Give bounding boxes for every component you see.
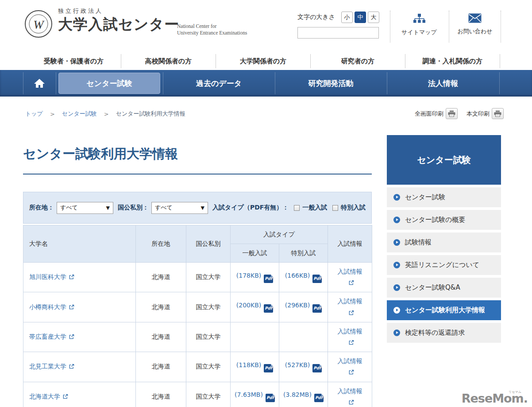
pdf-icon: Pdf bbox=[312, 275, 322, 283]
arrow-bullet-icon bbox=[393, 307, 400, 314]
university-table: 大学名 所在地 国公私別 入試タイプ 入試情報 一般入試 特別入試 旭川医科大学… bbox=[23, 225, 372, 407]
org-name-english: National Center for University Entrance … bbox=[177, 23, 247, 36]
nav-item-past-data[interactable]: 過去のデータ bbox=[163, 70, 275, 97]
arrow-bullet-icon bbox=[393, 284, 400, 291]
external-link-icon bbox=[69, 334, 74, 340]
external-link-icon bbox=[348, 340, 354, 345]
breadcrumb-current-page: センター試験利用大学情報 bbox=[116, 110, 185, 118]
search-input[interactable] bbox=[298, 28, 381, 38]
sidebar-item-overview[interactable]: センター試験の概要 bbox=[387, 210, 501, 230]
site-search bbox=[297, 27, 379, 39]
col-header-exam-info: 入試情報 bbox=[328, 225, 372, 263]
pdf-icon: Pdf bbox=[312, 364, 322, 372]
contact-label: お問い合わせ bbox=[457, 28, 492, 35]
home-button[interactable] bbox=[23, 70, 56, 97]
filter-bar: 所在地： すべて ▼ 国公私別： すべて ▼ 入試タイプ（PDF有無）： 一般入… bbox=[23, 192, 372, 224]
special-exam-checkbox[interactable] bbox=[332, 205, 338, 211]
sidebar-item-center-exam[interactable]: センター試験 bbox=[387, 187, 501, 207]
external-link-icon bbox=[348, 310, 354, 316]
sidebar-title: センター試験 bbox=[387, 135, 501, 185]
title-rule bbox=[23, 174, 372, 174]
pdf-icon: Pdf bbox=[266, 394, 275, 402]
table-row: 旭川医科大学 北海道 国立大学 (178KB)Pdf (166KB)Pdf 入試… bbox=[23, 263, 372, 292]
contact-link[interactable]: お問い合わせ bbox=[446, 13, 504, 35]
exam-info-link[interactable]: 入試情報 bbox=[338, 388, 362, 406]
tab-examinees-parents[interactable]: 受験者・保護者の方 bbox=[27, 54, 121, 68]
university-link[interactable]: 小樽商科大学 bbox=[29, 303, 74, 310]
tab-researchers[interactable]: 研究者の方 bbox=[310, 54, 405, 68]
table-row: 北見工業大学 北海道 国立大学 (118KB)Pdf (527KB)Pdf 入試… bbox=[23, 352, 372, 382]
special-exam-pdf-link[interactable]: (527KB)Pdf bbox=[285, 361, 322, 368]
sidebar-item-university-info[interactable]: センター試験利用大学情報 bbox=[387, 300, 501, 320]
breadcrumb-home[interactable]: トップ bbox=[25, 110, 43, 118]
pdf-icon: Pdf bbox=[264, 275, 273, 283]
external-link-icon bbox=[69, 304, 74, 310]
table-row: 帯広畜産大学 北海道 国立大学 Pdf Pdf 入試情報 bbox=[23, 322, 372, 352]
tab-university[interactable]: 大学関係者の方 bbox=[216, 54, 310, 68]
general-exam-pdf-link[interactable]: (118KB)Pdf bbox=[236, 361, 273, 368]
sidebar: センター試験 センター試験 センター試験の概要 試験情報 英語リスニングについて… bbox=[387, 135, 501, 343]
arrow-bullet-icon bbox=[393, 262, 400, 268]
home-icon bbox=[34, 78, 45, 89]
printer-icon bbox=[448, 110, 455, 117]
org-name-label: 大学入試センター bbox=[58, 15, 179, 33]
general-exam-checkbox[interactable] bbox=[294, 205, 300, 211]
table-row: 北海道大学 北海道 国立大学 (7.63MB)Pdf (3.82MB)Pdf 入… bbox=[23, 382, 372, 407]
external-link-icon bbox=[69, 364, 74, 369]
nav-item-center-exam[interactable]: センター試験 bbox=[56, 70, 163, 97]
tab-high-school[interactable]: 高校関係者の方 bbox=[121, 54, 216, 68]
text-size-large-button[interactable]: 大 bbox=[368, 12, 379, 23]
special-exam-pdf-link[interactable]: (296KB)Pdf bbox=[285, 302, 322, 309]
tab-procurement[interactable]: 調達・入札関係の方 bbox=[405, 54, 500, 68]
col-header-location: 所在地 bbox=[136, 225, 186, 263]
sidebar-item-english-listening[interactable]: 英語リスニングについて bbox=[387, 255, 501, 275]
sitemap-label: サイトマップ bbox=[401, 29, 437, 35]
category-select[interactable]: すべて ▼ bbox=[151, 202, 208, 214]
pdf-icon: Pdf bbox=[314, 394, 324, 402]
sidebar-item-exam-info[interactable]: 試験情報 bbox=[387, 233, 501, 252]
nav-separator bbox=[499, 72, 500, 94]
location-filter-label: 所在地： bbox=[29, 204, 54, 212]
general-exam-pdf-link[interactable]: (7.63MB)Pdf bbox=[235, 391, 275, 398]
org-type-label: 独立行政法人 bbox=[58, 7, 179, 15]
main-navigation: センター試験 過去のデータ 研究開発活動 法人情報 bbox=[0, 70, 532, 97]
page-title: センター試験利用大学情報 bbox=[23, 146, 372, 161]
center-seal-icon: W bbox=[24, 10, 53, 38]
text-size-label: 文字の大きさ bbox=[297, 13, 335, 21]
body-print-button[interactable] bbox=[492, 108, 504, 119]
university-link[interactable]: 旭川医科大学 bbox=[29, 273, 74, 280]
general-exam-pdf-link[interactable]: (178KB)Pdf bbox=[236, 272, 273, 279]
exam-info-link[interactable]: 入試情報 bbox=[338, 328, 362, 346]
special-exam-pdf-link[interactable]: (166KB)Pdf bbox=[285, 272, 322, 279]
text-size-medium-button[interactable]: 中 bbox=[355, 12, 366, 23]
arrow-bullet-icon bbox=[393, 217, 400, 223]
mail-icon bbox=[468, 13, 482, 23]
university-link[interactable]: 帯広畜産大学 bbox=[29, 333, 74, 340]
site-logo[interactable]: W 独立行政法人 大学入試センター bbox=[24, 7, 179, 38]
fullscreen-print-button[interactable] bbox=[446, 108, 458, 119]
exam-info-link[interactable]: 入試情報 bbox=[338, 357, 362, 376]
sidebar-item-fee-refund[interactable]: 検定料等の返還請求 bbox=[387, 323, 501, 343]
special-exam-checkbox-label: 特別入試 bbox=[341, 204, 366, 212]
resemom-watermark: リセマム ReseMom. bbox=[462, 391, 528, 405]
breadcrumb-center-exam[interactable]: センター試験 bbox=[62, 110, 97, 118]
special-exam-pdf-link[interactable]: (3.82MB)Pdf bbox=[283, 391, 324, 398]
external-link-icon bbox=[348, 369, 354, 375]
text-size-small-button[interactable]: 小 bbox=[341, 12, 353, 23]
university-link[interactable]: 北見工業大学 bbox=[29, 363, 74, 370]
sidebar-item-qa[interactable]: センター試験Q&A bbox=[387, 278, 501, 298]
university-link[interactable]: 北海道大学 bbox=[29, 393, 68, 400]
location-select[interactable]: すべて ▼ bbox=[57, 202, 113, 214]
pdf-icon: Pdf bbox=[264, 304, 273, 313]
nav-item-corporate[interactable]: 法人情報 bbox=[387, 70, 499, 97]
exam-info-link[interactable]: 入試情報 bbox=[338, 298, 362, 316]
general-exam-pdf-link[interactable]: (200KB)Pdf bbox=[236, 302, 273, 309]
arrow-bullet-icon bbox=[393, 329, 400, 336]
dropdown-arrow-icon: ▼ bbox=[106, 205, 110, 211]
text-size-control: 文字の大きさ 小 中 大 bbox=[297, 12, 379, 23]
svg-text:W: W bbox=[33, 18, 45, 31]
exam-info-link[interactable]: 入試情報 bbox=[338, 268, 362, 286]
nav-item-research[interactable]: 研究開発活動 bbox=[275, 70, 387, 97]
exam-type-filter-label: 入試タイプ（PDF有無）： bbox=[212, 204, 289, 212]
sitemap-link[interactable]: サイトマップ bbox=[390, 13, 448, 36]
